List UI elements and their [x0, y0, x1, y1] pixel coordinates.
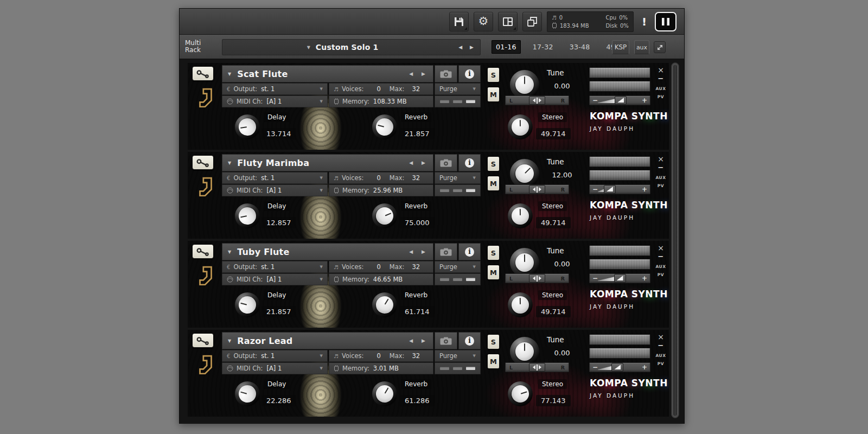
stereo-knob[interactable] — [508, 381, 533, 406]
stereo-value[interactable]: 49.714 — [536, 217, 571, 228]
panic-button[interactable]: ! — [639, 15, 650, 28]
rack-page-tab[interactable]: 33-48 — [565, 40, 595, 54]
volume-plus-icon[interactable]: + — [642, 363, 647, 371]
max-voices-value[interactable]: 32 — [412, 174, 420, 182]
midi-channel-select[interactable]: MIDI Ch: [A] 1 ▼ — [222, 362, 328, 374]
pan-slider[interactable]: L R — [505, 362, 569, 372]
tune-knob[interactable] — [510, 248, 539, 277]
pan-handle[interactable] — [529, 274, 545, 283]
midi-channel-select[interactable]: MIDI Ch: [A] 1 ▼ — [222, 273, 328, 285]
stereo-value[interactable]: 77.143 — [536, 395, 571, 406]
aux-send-toggle[interactable]: aux — [656, 86, 666, 91]
purge-menu[interactable]: Purge ▼ — [435, 261, 481, 273]
rack-page-tab[interactable]: 17-32 — [528, 40, 558, 54]
max-voices-value[interactable]: 32 — [412, 85, 420, 93]
solo-button[interactable]: S — [487, 245, 500, 260]
max-voices-value[interactable]: 32 — [412, 352, 420, 360]
info-button[interactable]: i — [458, 65, 481, 82]
delay-value[interactable]: 13.714 — [261, 128, 296, 139]
edit-instrument-button[interactable] — [192, 244, 214, 259]
pv-toggle[interactable]: PV — [658, 361, 664, 366]
tune-knob[interactable] — [510, 337, 539, 366]
volume-handle[interactable] — [604, 185, 616, 194]
volume-minus-icon[interactable]: − — [592, 363, 598, 371]
reverb-value[interactable]: 61.286 — [400, 395, 435, 406]
tune-knob[interactable] — [510, 70, 539, 99]
info-button[interactable]: i — [458, 154, 481, 171]
purge-menu[interactable]: Purge ▼ — [435, 83, 481, 95]
delay-knob[interactable] — [235, 114, 260, 139]
output-select[interactable]: € Output: st. 1 ▼ — [222, 350, 328, 362]
view-layout-button[interactable] — [498, 12, 518, 31]
volume-track[interactable] — [598, 96, 642, 105]
collapse-arrow-icon[interactable]: ▼ — [228, 250, 231, 254]
pv-toggle[interactable]: PV — [658, 94, 664, 99]
snapshot-camera-button[interactable] — [435, 154, 457, 171]
delay-knob[interactable] — [235, 203, 260, 228]
close-icon[interactable]: × — [658, 333, 664, 341]
close-icon[interactable]: × — [658, 244, 664, 252]
close-icon[interactable]: × — [658, 66, 664, 74]
multi-preset-selector[interactable]: ▼ Custom Solo 1 ◀ ▶ — [222, 39, 481, 55]
volume-minus-icon[interactable]: − — [592, 275, 598, 282]
ksp-button[interactable]: KSP — [612, 40, 629, 54]
prev-instrument-icon[interactable]: ◀ — [409, 71, 413, 76]
save-button[interactable] — [449, 12, 469, 31]
prev-instrument-icon[interactable]: ◀ — [409, 249, 413, 254]
instrument-name[interactable]: Tuby Flute — [237, 247, 289, 257]
instrument-header[interactable]: ▼ Fluty Marimba ◀ ▶ — [222, 154, 433, 171]
pan-handle[interactable] — [529, 185, 545, 194]
delay-value[interactable]: 21.857 — [261, 306, 296, 317]
snapshot-camera-button[interactable] — [435, 332, 457, 349]
solo-button[interactable]: S — [487, 334, 500, 349]
tune-value[interactable]: 0.00 — [544, 80, 580, 92]
resize-rack-button[interactable] — [654, 41, 666, 53]
stereo-knob[interactable] — [508, 292, 533, 317]
tune-value[interactable]: 12.00 — [544, 169, 580, 181]
edit-instrument-button[interactable] — [192, 155, 214, 170]
mute-button[interactable]: M — [487, 265, 500, 280]
purge-menu[interactable]: Purge ▼ — [435, 350, 481, 362]
volume-track[interactable] — [598, 363, 642, 372]
aux-send-toggle[interactable]: aux — [656, 264, 666, 269]
mute-button[interactable]: M — [487, 176, 500, 191]
reverb-value[interactable]: 61.714 — [400, 306, 435, 317]
minimize-icon[interactable]: − — [658, 252, 664, 261]
volume-handle[interactable] — [614, 274, 626, 283]
pan-slider[interactable]: L R — [505, 273, 569, 283]
info-button[interactable]: i — [458, 332, 481, 349]
mute-button[interactable]: M — [487, 354, 500, 369]
delay-value[interactable]: 12.857 — [261, 217, 296, 228]
mute-button[interactable]: M — [487, 87, 500, 102]
next-instrument-icon[interactable]: ▶ — [422, 71, 425, 76]
options-button[interactable]: ⚙ — [474, 12, 493, 31]
tune-value[interactable]: 0.00 — [544, 258, 580, 270]
volume-track[interactable] — [598, 185, 642, 194]
reverb-value[interactable]: 75.000 — [400, 217, 435, 228]
volume-handle[interactable] — [611, 363, 623, 372]
collapse-arrow-icon[interactable]: ▼ — [228, 339, 231, 343]
prev-preset-icon[interactable]: ◀ — [458, 44, 462, 50]
volume-plus-icon[interactable]: + — [642, 275, 647, 282]
instrument-name[interactable]: Razor Lead — [237, 336, 292, 346]
volume-slider[interactable]: − + — [589, 362, 650, 372]
max-voices-value[interactable]: 32 — [412, 263, 420, 271]
pan-slider[interactable]: L R — [505, 184, 569, 194]
stereo-knob[interactable] — [508, 114, 533, 139]
instrument-header[interactable]: ▼ Scat Flute ◀ ▶ — [222, 65, 433, 82]
prev-instrument-icon[interactable]: ◀ — [409, 338, 413, 343]
rack-page-tab[interactable]: 01-16 — [492, 40, 521, 54]
collapse-arrow-icon[interactable]: ▼ — [228, 161, 231, 165]
rack-scrollbar-thumb[interactable] — [673, 64, 678, 417]
delay-value[interactable]: 22.286 — [261, 395, 296, 406]
delay-knob[interactable] — [235, 292, 260, 317]
solo-button[interactable]: S — [487, 67, 500, 82]
edit-instrument-button[interactable] — [192, 333, 214, 348]
close-icon[interactable]: × — [658, 155, 664, 163]
purge-menu[interactable]: Purge ▼ — [435, 172, 481, 184]
midi-channel-select[interactable]: MIDI Ch: [A] 1 ▼ — [222, 95, 328, 107]
snapshot-camera-button[interactable] — [435, 243, 457, 260]
minimize-icon[interactable]: − — [658, 341, 664, 350]
solo-button[interactable]: S — [487, 156, 500, 171]
delay-knob[interactable] — [235, 381, 260, 406]
